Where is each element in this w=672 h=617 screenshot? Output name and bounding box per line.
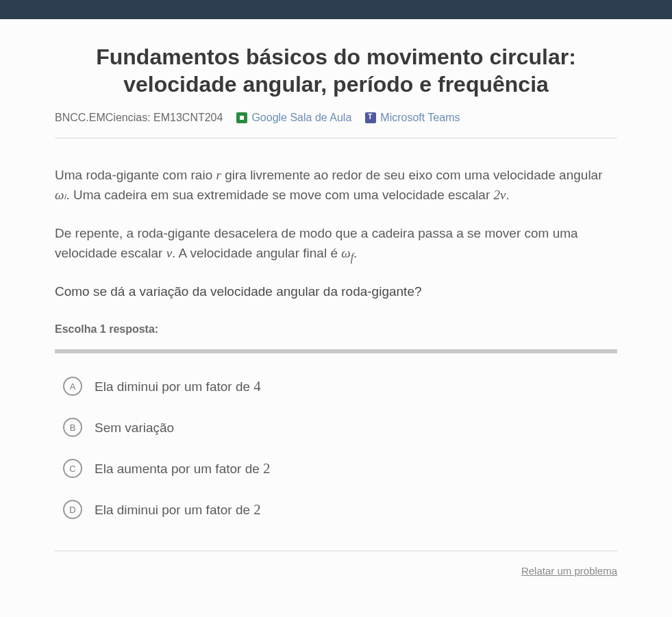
report-problem-link[interactable]: Relatar um problema [55,565,617,577]
google-classroom-icon [236,112,247,123]
answer-text: Sem variação [95,419,174,436]
main-content: Fundamentos básicos do movimento circula… [0,19,672,617]
answer-badge: D [63,500,82,519]
answer-badge: B [63,418,82,437]
answer-text: Ela aumenta por um fator de 2 [95,460,271,477]
bncc-code: BNCC.EMCiencias: EM13CNT204 [55,112,223,124]
google-classroom-label: Google Sala de Aula [251,112,351,124]
microsoft-teams-icon [365,112,376,123]
answer-text: Ela diminui por um fator de 4 [95,378,261,395]
answer-option-d[interactable]: D Ela diminui por um fator de 2 [55,489,617,530]
google-classroom-link[interactable]: Google Sala de Aula [236,112,351,124]
answer-option-a[interactable]: A Ela diminui por um fator de 4 [55,366,617,407]
question-text: Como se dá a variação da velocidade angu… [55,284,617,299]
microsoft-teams-label: Microsoft Teams [380,112,460,124]
top-nav-bar [0,0,672,19]
answer-badge: C [63,459,82,478]
answer-badge: A [63,377,82,396]
page-title: Fundamentos básicos do movimento circula… [55,43,617,98]
meta-row: BNCC.EMCiencias: EM13CNT204 Google Sala … [55,112,617,124]
answer-text: Ela diminui por um fator de 2 [95,501,261,518]
answer-option-b[interactable]: B Sem variação [55,407,617,448]
problem-paragraph-2: De repente, a roda-gigante desacelera de… [55,224,617,265]
header-divider [55,138,617,138]
problem-paragraph-1: Uma roda-gigante com raio r gira livreme… [55,166,617,205]
answer-option-c[interactable]: C Ela aumenta por um fator de 2 [55,448,617,489]
answers-list: A Ela diminui por um fator de 4 B Sem va… [55,349,617,530]
microsoft-teams-link[interactable]: Microsoft Teams [365,112,460,124]
choose-one-label: Escolha 1 resposta: [55,323,617,336]
bottom-divider [55,551,617,551]
